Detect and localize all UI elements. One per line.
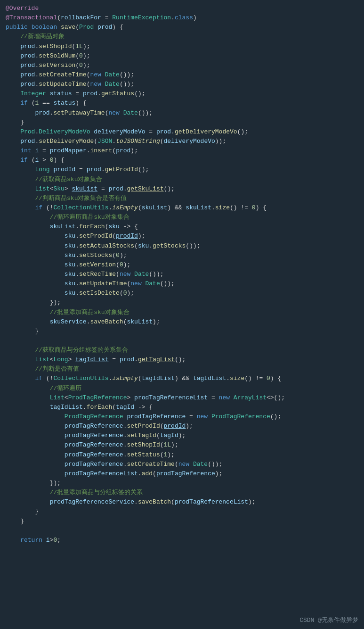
line-9: prod.setUpdateTime(new Date()); [0, 80, 364, 89]
line-18: Long prodId = prod.getProdId(); [0, 165, 364, 174]
line-13: } [0, 118, 364, 127]
line-16: int i = prodMapper.insert(prod); [0, 146, 364, 156]
line-11: if (1 == status) { [0, 99, 364, 108]
line-38: List<Long> tagIdList = prod.getTagList()… [0, 355, 364, 364]
line-4: //新增商品对象 [0, 32, 364, 41]
line-50: prodTagReferenceList.add(prodTagReferenc… [0, 469, 364, 479]
line-37: //获取商品与分组标签的关系集合 [0, 346, 364, 355]
line-7: prod.setVersion(0); [0, 61, 364, 70]
line-10: Integer status = prod.getStatus(); [0, 89, 364, 99]
line-35: } [0, 327, 364, 336]
line-36 [0, 336, 364, 346]
line-42: List<ProdTagReference> prodTagReferenceL… [0, 393, 364, 403]
line-54: } [0, 507, 364, 516]
line-52: //批量添加商品与分组标签的关系 [0, 488, 364, 497]
line-46: prodTagReference.setTagId(tagId); [0, 431, 364, 440]
line-41: //循环遍历 [0, 384, 364, 393]
line-3: public boolean save(Prod prod) { [0, 23, 364, 32]
footer-attribution: CSDN @无条件做异梦 [299, 616, 358, 625]
line-33: //批量添加商品sku对象集合 [0, 308, 364, 317]
line-56 [0, 526, 364, 536]
line-26: sku.setActualStocks(sku.getStocks()); [0, 241, 364, 251]
line-2: @Transactional(rollbackFor = RuntimeExce… [0, 13, 364, 23]
line-55: } [0, 517, 364, 526]
line-48: prodTagReference.setStatus(1); [0, 450, 364, 460]
line-44: ProdTagReference prodTagReference = new … [0, 412, 364, 422]
line-57: return i>0; [0, 536, 364, 545]
line-14: Prod.DeliveryModeVo deliveryModeVo = pro… [0, 127, 364, 137]
line-21: //判断商品sku对象集合是否有值 [0, 194, 364, 203]
line-23: //循环遍历商品sku对象集合 [0, 213, 364, 222]
line-43: tagIdList.forEach(tagId -> { [0, 403, 364, 412]
line-32: }); [0, 298, 364, 307]
line-22: if (!CollectionUtils.isEmpty(skuList) &&… [0, 203, 364, 213]
line-34: skuService.saveBatch(skuList); [0, 317, 364, 327]
line-40: if (!CollectionUtils.isEmpty(tagIdList) … [0, 374, 364, 383]
line-28: sku.setVersion(0); [0, 260, 364, 270]
line-30: sku.setUpdateTime(new Date()); [0, 279, 364, 289]
line-17: if (i > 0) { [0, 156, 364, 165]
line-20: List<Sku> skuList = prod.getSkuList(); [0, 184, 364, 194]
line-27: sku.setStocks(0); [0, 251, 364, 260]
line-5: prod.setShopId(1L); [0, 42, 364, 51]
line-1: @Override [0, 4, 364, 13]
line-53: prodTagReferenceService.saveBatch(prodTa… [0, 497, 364, 507]
line-51: }); [0, 479, 364, 488]
line-15: prod.setDeliveryMode(JSON.toJSONString(d… [0, 137, 364, 146]
line-31: sku.setIsDelete(0); [0, 289, 364, 298]
line-8: prod.setCreateTime(new Date()); [0, 70, 364, 80]
line-47: prodTagReference.setShopId(1L); [0, 440, 364, 450]
line-45: prodTagReference.setProdId(prodId); [0, 422, 364, 431]
line-25: sku.setProdId(prodId); [0, 232, 364, 241]
line-49: prodTagReference.setCreateTime(new Date(… [0, 460, 364, 469]
line-29: sku.setRecTime(new Date()); [0, 270, 364, 279]
line-24: skuList.forEach(sku -> { [0, 222, 364, 232]
line-12: prod.setPutawayTime(new Date()); [0, 108, 364, 118]
line-19: //获取商品sku对象集合 [0, 175, 364, 184]
code-block: @Override @Transactional(rollbackFor = R… [0, 0, 364, 549]
line-39: //判断是否有值 [0, 364, 364, 374]
line-6: prod.setSoldNum(0); [0, 51, 364, 61]
